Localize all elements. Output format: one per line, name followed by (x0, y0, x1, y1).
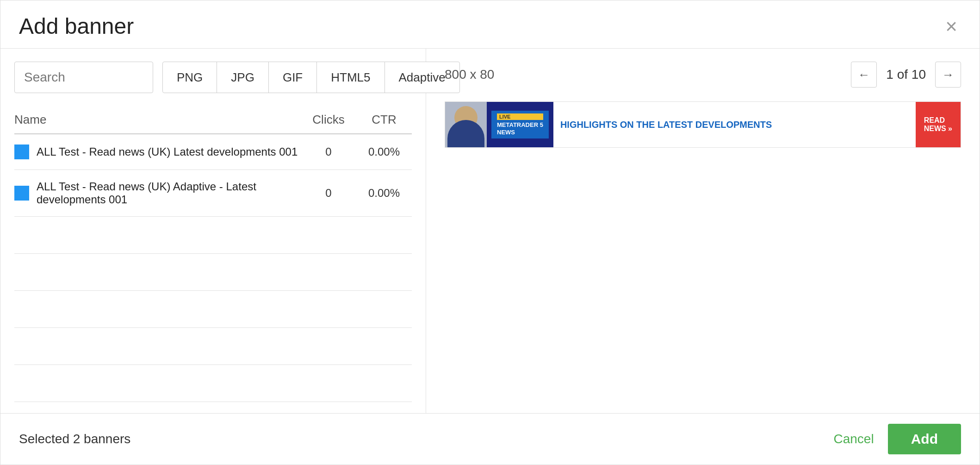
table-header: Name Clicks CTR (14, 106, 412, 134)
close-button[interactable]: × (942, 16, 961, 37)
banner-table: Name Clicks CTR ALL Test - Read news (UK… (14, 106, 412, 413)
banner-preview: LIVE METATRADER 5NEWS HIGHLIGHTS ON THE … (445, 101, 961, 148)
empty-row (14, 217, 412, 254)
filter-jpg[interactable]: JPG (217, 62, 269, 93)
next-page-button[interactable]: → (935, 62, 961, 88)
left-panel: PNG JPG GIF HTML5 Adaptive Name Clicks C… (0, 49, 426, 413)
right-panel: 800 x 80 ← 1 of 10 → LIVE METATRADER 5NE… (426, 49, 980, 413)
empty-row (14, 328, 412, 365)
dialog-title: Add banner (19, 13, 134, 39)
cancel-button[interactable]: Cancel (834, 432, 874, 446)
empty-row (14, 365, 412, 402)
dialog-header: Add banner × (0, 0, 980, 49)
selected-count: Selected 2 banners (19, 432, 130, 446)
col-header-name: Name (14, 113, 301, 127)
row-clicks-1: 0 (301, 145, 356, 158)
banner-size: 800 x 80 (445, 67, 494, 82)
pagination: ← 1 of 10 → (851, 62, 961, 88)
empty-row (14, 291, 412, 328)
dialog-body: PNG JPG GIF HTML5 Adaptive Name Clicks C… (0, 49, 980, 413)
add-banner-dialog: Add banner × PNG JPG GIF HTML5 Adaptive (0, 0, 980, 465)
banner-news-bubble: LIVE METATRADER 5NEWS (491, 111, 549, 138)
row-checkbox-2[interactable] (14, 186, 29, 201)
banner-person-image (445, 102, 487, 147)
preview-header: 800 x 80 ← 1 of 10 → (445, 62, 961, 88)
search-filter-row: PNG JPG GIF HTML5 Adaptive (14, 62, 412, 93)
search-input[interactable] (14, 62, 153, 93)
footer-actions: Cancel Add (834, 424, 961, 454)
row-checkbox-1[interactable] (14, 145, 29, 159)
filter-buttons: PNG JPG GIF HTML5 Adaptive (162, 62, 459, 93)
empty-row (14, 254, 412, 291)
table-row[interactable]: ALL Test - Read news (UK) Adaptive - Lat… (14, 170, 412, 217)
filter-html5[interactable]: HTML5 (316, 62, 385, 93)
banner-inner: LIVE METATRADER 5NEWS HIGHLIGHTS ON THE … (445, 102, 961, 147)
page-info: 1 of 10 (881, 67, 930, 82)
filter-png[interactable]: PNG (162, 62, 217, 93)
filter-gif[interactable]: GIF (268, 62, 317, 93)
row-ctr-2: 0.00% (356, 187, 412, 200)
dialog-footer: Selected 2 banners Cancel Add (0, 413, 980, 465)
banner-headline: HIGHLIGHTS ON THE LATEST DEVELOPMENTS (553, 102, 916, 147)
table-row[interactable]: ALL Test - Read news (UK) Latest develop… (14, 134, 412, 170)
prev-page-button[interactable]: ← (851, 62, 877, 88)
banner-brand: METATRADER 5NEWS (497, 121, 543, 136)
row-clicks-2: 0 (301, 187, 356, 200)
banner-cta: READNEWS » (916, 102, 961, 147)
row-ctr-1: 0.00% (356, 145, 412, 158)
col-header-clicks: Clicks (301, 113, 356, 127)
add-button[interactable]: Add (888, 424, 961, 454)
col-header-ctr: CTR (356, 113, 412, 127)
row-name-1: ALL Test - Read news (UK) Latest develop… (37, 145, 301, 158)
live-badge: LIVE (497, 113, 543, 120)
row-name-2: ALL Test - Read news (UK) Adaptive - Lat… (37, 180, 301, 206)
